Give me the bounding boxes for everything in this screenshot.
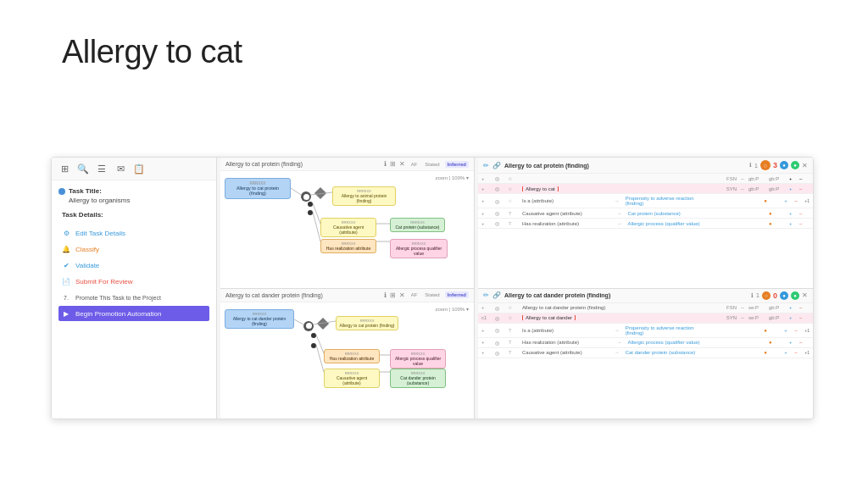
t2r3-source: Is a (attribute) xyxy=(522,328,609,333)
t2r4-dot: ● xyxy=(769,340,789,345)
row2-plus[interactable]: + xyxy=(784,198,794,203)
circle-small2 xyxy=(308,210,313,215)
zoom1-info: zoom | 100% ▾ xyxy=(435,175,469,180)
table2-close[interactable]: ✕ xyxy=(802,291,808,299)
t2r3-minus[interactable]: – xyxy=(794,328,804,333)
row3-plus[interactable]: + xyxy=(789,211,799,216)
node2-allergic[interactable]: RRRXXX Allergic process qualifier value xyxy=(390,349,446,369)
table2-title: Allergy to cat dander protein (finding) xyxy=(504,292,610,298)
t2r2-gb1: se:P xyxy=(748,315,769,320)
menu-promote-label: Promote This Task to the Project xyxy=(75,295,161,301)
tab-stated[interactable]: Stated xyxy=(422,161,442,168)
table2-btn-red[interactable]: 0 xyxy=(773,291,777,300)
t2r2-plus[interactable]: + xyxy=(789,315,799,320)
tab-af[interactable]: AF xyxy=(409,161,420,168)
t2r3-dest: Propensity to adverse reaction (finding) xyxy=(626,325,712,336)
email-icon[interactable]: ✉ xyxy=(114,163,126,175)
diagram1-controls: ℹ ⊞ ✕ AF Stated Inferred xyxy=(384,160,469,168)
t2r1-minus[interactable]: – xyxy=(799,305,810,310)
tab2-af[interactable]: AF xyxy=(409,291,420,298)
info-icon2[interactable]: ℹ xyxy=(384,291,387,299)
node1-main[interactable]: RRRXXX Allergy to cat protein (finding) xyxy=(225,178,291,199)
file-icon[interactable]: 📋 xyxy=(133,163,145,175)
table1-title: Allergy to cat protein (finding) xyxy=(504,163,589,169)
node2-main[interactable]: RRRXXX Allergy to cat dander protein (fi… xyxy=(225,309,294,329)
t2r3-icon3: T xyxy=(509,328,522,333)
t2r1-tag: FSN xyxy=(716,305,737,310)
table2-chain-icon[interactable]: 🔗 xyxy=(492,291,501,299)
t2r4-plus[interactable]: + xyxy=(789,340,799,345)
t2r5-plus[interactable]: + xyxy=(784,350,794,355)
row3-icon2: ◎ xyxy=(495,210,509,216)
menu-validate-label: Validate xyxy=(75,262,99,269)
node1-allergic[interactable]: RRRXXX Allergic process qualifier value xyxy=(390,239,448,258)
row-syn-minus[interactable]: – xyxy=(799,186,810,191)
t2r4-icon2: ◎ xyxy=(495,340,509,346)
row3-source: Causative agent (attribute) xyxy=(522,211,611,216)
row4-plus[interactable]: + xyxy=(789,221,799,226)
node2-causative[interactable]: RRRXXX Causative agent (attribute) xyxy=(324,369,380,388)
task-title-section: Task Title: Allergy to organisms xyxy=(58,187,209,204)
list-icon[interactable]: ☰ xyxy=(96,163,108,175)
table1-close[interactable]: ✕ xyxy=(802,162,808,169)
row4-minus[interactable]: – xyxy=(799,221,810,226)
t2r1-plus[interactable]: + xyxy=(789,305,799,310)
node2-realization[interactable]: RRRXXX Has realization attribute xyxy=(324,349,380,363)
table2-info[interactable]: ℹ xyxy=(751,292,754,299)
t2r3-icon2: ◎ xyxy=(495,327,509,333)
menu-submit-label: Submit For Review xyxy=(75,278,133,286)
table2-btn-orange[interactable]: ○ xyxy=(762,291,771,300)
table1-col-headers: + ◎ ○ FSN – gb:P gb:P + – xyxy=(478,174,813,184)
play-icon: ▶ xyxy=(62,309,70,318)
t2r2-minus[interactable]: – xyxy=(799,315,810,320)
t2r2-icon3: ○ xyxy=(509,315,522,320)
row-syn-gb2: gb:P xyxy=(769,186,789,191)
row3-minus[interactable]: – xyxy=(799,211,810,216)
table1-chain-icon[interactable]: 🔗 xyxy=(492,162,501,169)
menu-edit[interactable]: ⚙ Edit Task Details xyxy=(58,225,209,241)
t2r4-minus[interactable]: – xyxy=(799,340,810,345)
dot-indicator xyxy=(58,188,65,195)
node2-catprotein[interactable]: RRRXXX Allergy to cat protein (finding) xyxy=(336,316,398,330)
tab2-inferred[interactable]: Inferred xyxy=(445,291,469,298)
node1-catprotein[interactable]: RRRXXX Cat protein (substance) xyxy=(390,218,445,232)
t2r5-extra: +1 xyxy=(804,350,810,355)
close-icon[interactable]: ✕ xyxy=(399,160,405,168)
t2r3-plus[interactable]: + xyxy=(784,328,794,333)
t2r1-icon1: + xyxy=(481,305,495,310)
table1-btn-red[interactable]: 3 xyxy=(773,161,777,169)
close-icon2[interactable]: ✕ xyxy=(399,291,405,299)
menu-begin-automation[interactable]: ▶ Begin Promotion Automation xyxy=(58,306,209,321)
menu-submit[interactable]: 📄 Submit For Review xyxy=(58,274,209,289)
table1-info[interactable]: ℹ xyxy=(749,162,752,169)
grid-icon[interactable]: ⊞ xyxy=(58,163,70,175)
menu-validate[interactable]: ✔ Validate xyxy=(58,258,209,273)
table2-btn-blue[interactable]: ● xyxy=(780,291,788,300)
expand-icon2[interactable]: ⊞ xyxy=(390,291,396,299)
node1-animal[interactable]: RRRXXX Allergy to animal protein (findin… xyxy=(332,186,396,206)
info-icon[interactable]: ℹ xyxy=(384,160,387,168)
table1-btn-blue[interactable]: ● xyxy=(780,161,788,169)
table1-btn-orange[interactable]: ○ xyxy=(760,160,771,170)
row-icon1: + xyxy=(481,186,495,191)
tab-inferred[interactable]: Inferred xyxy=(445,161,469,168)
table1-edit-icon[interactable]: ✏ xyxy=(483,162,489,169)
menu-promote[interactable]: 7. Promote This Task to the Project xyxy=(58,290,209,305)
expand-icon[interactable]: ⊞ xyxy=(390,160,396,168)
tab2-stated[interactable]: Stated xyxy=(422,291,442,298)
t2r3-dot: ● xyxy=(764,328,784,333)
t2r1-icon2: ◎ xyxy=(495,305,509,311)
table2-btn-green[interactable]: ● xyxy=(791,291,799,300)
node2-catdander[interactable]: RRRXXX Cat dander protein (substance) xyxy=(390,369,446,388)
row2-extra: +1 xyxy=(804,198,810,203)
menu-classify[interactable]: 🔔 Classify xyxy=(58,241,209,257)
row2-minus[interactable]: – xyxy=(794,198,804,203)
t2r5-minus[interactable]: – xyxy=(794,350,804,355)
node1-realization[interactable]: RRRXXX Has realization attribute xyxy=(320,239,376,253)
search-icon[interactable]: 🔍 xyxy=(77,163,89,175)
row-syn-plus[interactable]: + xyxy=(789,186,799,191)
table1-btn-green[interactable]: ● xyxy=(791,161,799,169)
left-panel: ⊞ 🔍 ☰ ✉ 📋 Task Title: Allergy to organis… xyxy=(52,158,217,419)
node1-causative[interactable]: RRRXXX Causative agent (attribute) xyxy=(320,218,376,237)
table2-edit-icon[interactable]: ✏ xyxy=(483,291,489,299)
